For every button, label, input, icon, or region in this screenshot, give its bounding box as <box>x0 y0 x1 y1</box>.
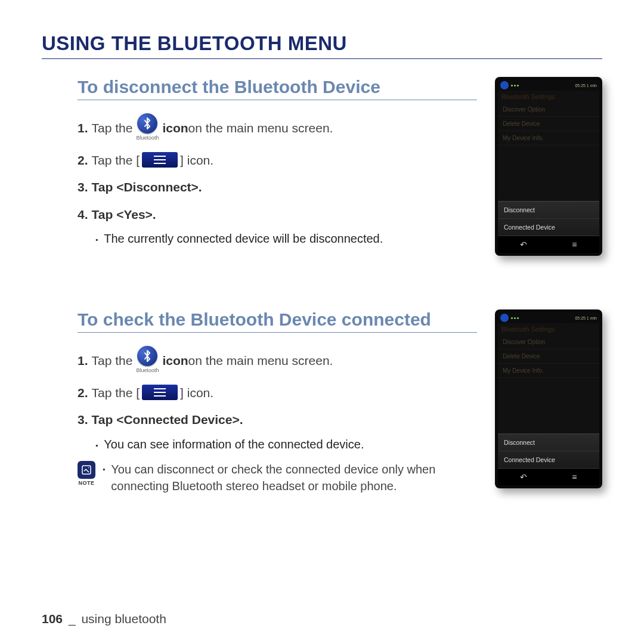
steps-list: 1. Tap the Bluetooth icon on the main me… <box>78 346 477 429</box>
status-time: 05:25 1 min <box>575 316 597 320</box>
step-number: 2. <box>78 383 88 402</box>
menu-button-icon <box>142 385 178 400</box>
step-text-bold: icon <box>162 119 188 138</box>
step-text: on the main menu screen. <box>188 351 333 370</box>
note-icon-box <box>78 461 95 479</box>
section-body: To check the Bluetooth Device connected … <box>78 309 477 494</box>
bluetooth-icon-circle <box>137 346 157 366</box>
note-text: You can disconnect or check the connecte… <box>111 461 477 494</box>
phone-menu-list: Discover Option Delete Device My Device … <box>498 335 599 378</box>
section-check: To check the Bluetooth Device connected … <box>42 309 602 494</box>
menu-icon[interactable]: ≡ <box>572 240 577 249</box>
step-text-bold: Tap <Disconnect>. <box>92 178 202 197</box>
popup-item-connected[interactable]: Connected Device <box>498 451 599 469</box>
step-sub: You can see information of the connected… <box>95 438 477 451</box>
menu-button-icon <box>142 152 178 168</box>
step-text: Tap the <box>92 351 133 370</box>
note-label: NOTE <box>78 480 95 486</box>
step-3: 3. Tap <Connected Device>. <box>78 410 477 429</box>
step-sub-text: The currently connected device will be d… <box>104 232 383 246</box>
page-title: USING THE BLUETOOTH MENU <box>42 32 602 59</box>
step-text: ] icon. <box>180 151 213 170</box>
step-number: 4. <box>78 205 88 224</box>
bluetooth-status-icon <box>500 314 509 322</box>
phone-statusbar: 05:25 1 min <box>498 312 599 323</box>
step-text: on the main menu screen. <box>188 119 333 138</box>
step-1: 1. Tap the Bluetooth icon on the main me… <box>78 113 477 143</box>
footer-label: using bluetooth <box>81 612 166 626</box>
step-text: ] icon. <box>180 383 213 402</box>
bluetooth-icon-label: Bluetooth <box>136 134 159 143</box>
step-number: 3. <box>78 178 88 197</box>
page-number: 106 <box>42 612 63 626</box>
bluetooth-icon-label: Bluetooth <box>136 367 159 375</box>
phone-popup: Disconnect Connected Device <box>498 434 599 469</box>
section-body: To disconnect the Bluetooth Device 1. Ta… <box>78 77 477 252</box>
popup-item-connected[interactable]: Connected Device <box>498 219 599 236</box>
section-title-disconnect: To disconnect the Bluetooth Device <box>78 77 477 100</box>
phone-screen-title: Bluetooth Settings <box>498 91 599 103</box>
popup-item-disconnect[interactable]: Disconnect <box>498 434 599 451</box>
phone-navbar: ↶ ≡ <box>498 469 599 485</box>
step-text-bold: Tap <Connected Device>. <box>92 410 243 429</box>
list-item[interactable]: Discover Option <box>498 335 599 349</box>
list-item[interactable]: Delete Device <box>498 349 599 364</box>
status-time: 05:25 1 min <box>575 83 597 88</box>
signal-icon <box>511 317 519 319</box>
bluetooth-status-icon <box>500 81 509 89</box>
step-text-bold: Tap <Yes>. <box>92 205 156 224</box>
step-3: 3. Tap <Disconnect>. <box>78 178 477 197</box>
phone-screen-title: Bluetooth Settings <box>498 323 599 335</box>
signal-icon <box>511 85 519 86</box>
list-item[interactable]: My Device Info. <box>498 131 599 145</box>
step-number: 3. <box>78 410 88 429</box>
step-text-bold: icon <box>162 351 188 370</box>
phone-mock-2: 05:25 1 min Bluetooth Settings Discover … <box>495 309 602 488</box>
phone-mock-1: 05:25 1 min Bluetooth Settings Discover … <box>495 77 602 256</box>
list-item[interactable]: Delete Device <box>498 117 599 131</box>
note-body: You can disconnect or check the connecte… <box>103 461 477 494</box>
step-number: 1. <box>78 119 88 138</box>
steps-list: 1. Tap the Bluetooth icon on the main me… <box>78 113 477 224</box>
step-sub: The currently connected device will be d… <box>95 232 477 246</box>
step-1: 1. Tap the Bluetooth icon on the main me… <box>78 346 477 375</box>
step-text: Tap the <box>92 119 133 138</box>
step-sub-text: You can see information of the connected… <box>104 438 364 451</box>
step-number: 1. <box>78 351 88 370</box>
menu-icon[interactable]: ≡ <box>572 472 577 482</box>
phone-navbar: ↶ ≡ <box>498 236 599 253</box>
bluetooth-icon: Bluetooth <box>136 346 159 375</box>
step-4: 4. Tap <Yes>. <box>78 205 477 224</box>
step-text: Tap the [ <box>92 383 140 402</box>
back-icon[interactable]: ↶ <box>520 472 527 482</box>
back-icon[interactable]: ↶ <box>520 240 527 249</box>
step-2: 2. Tap the [ ] icon. <box>78 383 477 402</box>
section-title-check: To check the Bluetooth Device connected <box>78 309 477 333</box>
phone-popup: Disconnect Connected Device <box>498 201 599 236</box>
page-footer: 106 _ using bluetooth <box>42 612 166 626</box>
phone-menu-list: Discover Option Delete Device My Device … <box>498 103 599 145</box>
note-icon: NOTE <box>78 461 95 486</box>
bluetooth-icon-circle <box>137 113 157 134</box>
footer-sep: _ <box>69 612 76 626</box>
list-item[interactable]: My Device Info. <box>498 364 599 378</box>
bluetooth-icon: Bluetooth <box>136 113 159 143</box>
step-number: 2. <box>78 151 88 170</box>
note-block: NOTE You can disconnect or check the con… <box>78 461 477 494</box>
section-disconnect: To disconnect the Bluetooth Device 1. Ta… <box>42 77 602 256</box>
step-2: 2. Tap the [ ] icon. <box>78 151 477 170</box>
step-text: Tap the [ <box>92 151 140 170</box>
list-item[interactable]: Discover Option <box>498 103 599 117</box>
popup-item-disconnect[interactable]: Disconnect <box>498 202 599 219</box>
phone-statusbar: 05:25 1 min <box>498 80 599 91</box>
